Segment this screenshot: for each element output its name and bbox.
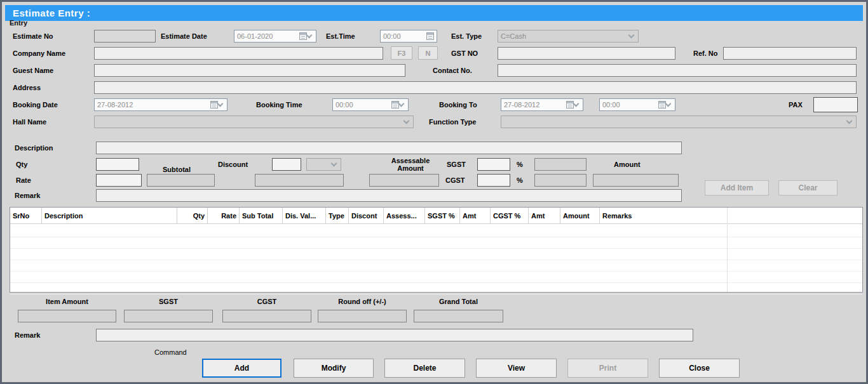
pax-field[interactable]: [813, 97, 858, 112]
estimate-no-field[interactable]: [94, 30, 156, 43]
contact-no-field[interactable]: [498, 64, 857, 77]
chevron-down-icon[interactable]: [217, 101, 224, 107]
description-field[interactable]: [96, 142, 682, 154]
assessable-amount-field: [369, 174, 439, 187]
col-sgst-pct[interactable]: SGST %: [425, 208, 460, 223]
col-assess[interactable]: Assess...: [384, 208, 425, 223]
estimate-date-picker[interactable]: 06-01-2020: [234, 30, 316, 43]
cgst-pct-field[interactable]: [477, 174, 510, 187]
sgst-percent-sign: %: [517, 161, 523, 168]
add-item-button[interactable]: Add Item: [705, 180, 769, 195]
company-f3-button[interactable]: F3: [391, 46, 412, 60]
item-remark-field[interactable]: [96, 189, 682, 202]
view-button[interactable]: View: [476, 359, 557, 378]
gst-no-label: GST NO: [451, 50, 478, 57]
estimate-date-label: Estimate Date: [161, 32, 207, 40]
calendar-icon[interactable]: [658, 101, 666, 109]
command-label: Command: [154, 348, 187, 356]
table-row[interactable]: [10, 283, 862, 295]
hall-name-dropdown[interactable]: [94, 116, 414, 128]
function-type-dropdown[interactable]: [501, 116, 857, 128]
table-row[interactable]: [10, 260, 862, 272]
table-row[interactable]: [10, 224, 862, 237]
table-row[interactable]: [10, 237, 862, 249]
delete-button[interactable]: Delete: [384, 359, 465, 378]
qty-field[interactable]: [96, 158, 139, 171]
modify-button[interactable]: Modify: [294, 359, 374, 378]
col-srno[interactable]: SrNo: [10, 208, 42, 223]
discount-type-dropdown[interactable]: [306, 158, 341, 171]
booking-time-label: Booking Time: [256, 101, 302, 109]
page-title: Estimate Entry :: [13, 8, 90, 18]
item-remark-label: Remark: [15, 192, 40, 199]
grand-total-label: Grand Total: [414, 298, 503, 305]
add-button[interactable]: Add: [202, 359, 281, 378]
discount-field[interactable]: [272, 158, 301, 171]
assessable-amount-label: Assessable Amount: [382, 157, 439, 172]
booking-to-date-picker[interactable]: 27-08-2012: [501, 98, 583, 111]
print-button[interactable]: Print: [567, 359, 648, 378]
close-button[interactable]: Close: [659, 359, 740, 378]
table-row[interactable]: [10, 272, 862, 283]
calendar-icon[interactable]: [391, 101, 399, 109]
guest-name-field[interactable]: [94, 64, 405, 77]
est-time-label: Est.Time: [326, 32, 355, 40]
col-qty[interactable]: Qty: [177, 208, 208, 223]
company-name-field[interactable]: [94, 47, 383, 60]
cgst-amount-field: [534, 174, 587, 187]
ref-no-label: Ref. No: [693, 50, 718, 57]
table-row[interactable]: [10, 249, 862, 260]
col-description[interactable]: Description: [42, 208, 177, 223]
booking-to-label: Booking To: [439, 101, 477, 109]
total-cgst-label: CGST: [222, 298, 311, 305]
est-type-value: C=Cash: [501, 32, 526, 40]
chevron-down-icon[interactable]: [573, 101, 580, 107]
col-rate[interactable]: Rate: [208, 208, 240, 223]
calendar-icon[interactable]: [426, 32, 434, 40]
guest-name-label: Guest Name: [13, 67, 53, 74]
chevron-down-icon: [403, 118, 410, 124]
col-discont[interactable]: Discont: [349, 208, 384, 223]
col-cgst-pct[interactable]: CGST %: [491, 208, 529, 223]
estimate-date-value: 06-01-2020: [237, 32, 273, 40]
est-type-dropdown[interactable]: C=Cash: [498, 30, 639, 43]
col-remarks[interactable]: Remarks: [600, 208, 727, 223]
clear-button[interactable]: Clear: [778, 180, 837, 195]
chevron-down-icon[interactable]: [398, 101, 405, 107]
footer-remark-label: Remark: [15, 331, 40, 339]
amount-field: [593, 174, 679, 187]
company-name-label: Company Name: [13, 50, 65, 57]
items-table[interactable]: SrNo Description Qty Rate Sub Total Dis.…: [10, 207, 863, 293]
chevron-down-icon[interactable]: [665, 101, 672, 107]
table-filler-divider: [727, 208, 728, 292]
amount-label: Amount: [614, 161, 641, 168]
ref-no-field[interactable]: [723, 47, 857, 60]
gst-no-field[interactable]: [498, 47, 675, 60]
col-subtotal[interactable]: Sub Total: [240, 208, 283, 223]
footer-remark-field[interactable]: [96, 329, 693, 341]
col-type[interactable]: Type: [326, 208, 349, 223]
entry-groupbox-label: Entry: [10, 19, 27, 27]
booking-time-value: 00:00: [336, 101, 353, 109]
company-n-button[interactable]: N: [418, 46, 438, 60]
items-table-header: SrNo Description Qty Rate Sub Total Dis.…: [10, 208, 862, 224]
booking-date-picker[interactable]: 27-08-2012: [94, 98, 227, 111]
address-field[interactable]: [94, 81, 857, 94]
calendar-icon[interactable]: [210, 101, 218, 109]
est-time-picker[interactable]: 00:00: [380, 30, 437, 43]
calendar-icon[interactable]: [299, 32, 307, 40]
col-cgst-amt[interactable]: Amt: [529, 208, 560, 223]
chevron-down-icon: [628, 32, 635, 39]
booking-time-picker[interactable]: 00:00: [332, 98, 409, 111]
booking-to-time-picker[interactable]: 00:00: [599, 98, 675, 111]
chevron-down-icon[interactable]: [306, 32, 313, 39]
col-sgst-amt[interactable]: Amt: [460, 208, 491, 223]
col-amount[interactable]: Amount: [560, 208, 600, 223]
sgst-pct-field[interactable]: [477, 158, 510, 171]
col-dis-val[interactable]: Dis. Val...: [283, 208, 326, 223]
rate-field[interactable]: [96, 174, 142, 187]
grand-total-field: [414, 310, 503, 322]
item-amount-label: Item Amount: [18, 298, 116, 305]
booking-date-label: Booking Date: [13, 101, 58, 109]
calendar-icon[interactable]: [566, 101, 574, 109]
